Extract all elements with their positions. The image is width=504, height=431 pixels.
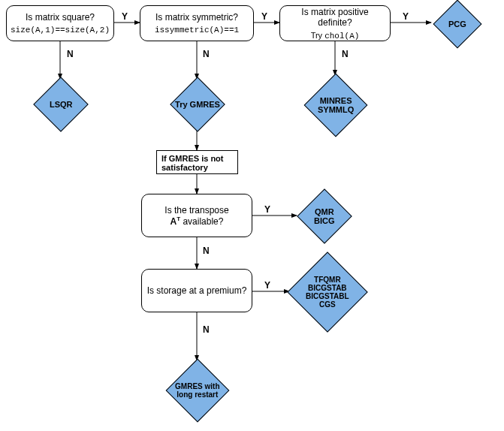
decision-title: Is storage at a premium? [147, 285, 247, 296]
note-gmres: If GMRES is not satisfactory [156, 150, 238, 174]
decision-title: Is matrix positive definite? [285, 7, 385, 28]
result-lsqr: LSQR [33, 77, 89, 132]
decision-code: issymmetric(A)==1 [155, 26, 239, 35]
edge-label: Y [261, 11, 267, 22]
result-minres: MINRESSYMMLQ [304, 74, 368, 137]
decision-symmetric: Is matrix symmetric? issymmetric(A)==1 [140, 5, 254, 41]
decision-title: Is the transpose AT available? [164, 205, 228, 227]
edge-label: Y [122, 11, 128, 22]
edge-label: N [203, 246, 210, 256]
result-qmr: QMRBICG [297, 188, 352, 244]
decision-code: Try chol(A) [311, 31, 360, 41]
edge-label: N [67, 49, 74, 59]
edge-label: N [342, 49, 349, 59]
decision-title: Is matrix symmetric? [155, 12, 238, 23]
decision-storage: Is storage at a premium? [141, 269, 252, 312]
result-tfqmr: TFQMR BICGSTAB BICGSTABL CGS [287, 252, 367, 332]
edge-label: N [203, 324, 210, 335]
decision-transpose: Is the transpose AT available? [141, 194, 252, 237]
decision-title: Is matrix square? [26, 12, 95, 23]
decision-posdef: Is matrix positive definite? Try chol(A) [279, 5, 391, 41]
edge-label: N [203, 49, 210, 59]
decision-code: size(A,1)==size(A,2) [11, 26, 110, 35]
edge-label: Y [264, 280, 270, 291]
edge-label: Y [403, 11, 409, 22]
decision-square: Is matrix square? size(A,1)==size(A,2) [6, 5, 114, 41]
result-trygmres: Try GMRES [170, 77, 225, 132]
edge-label: Y [264, 204, 270, 215]
result-pcg: PCG [433, 0, 481, 49]
result-gmreslong: GMRES withlong restart [166, 359, 230, 423]
